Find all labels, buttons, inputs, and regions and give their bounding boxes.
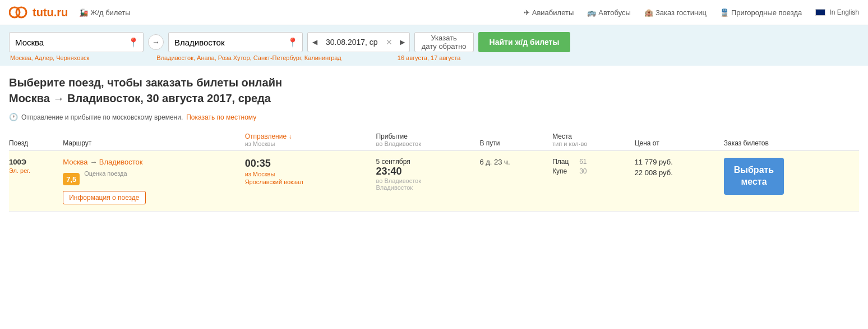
suburban-icon: 🚆 — [720, 8, 729, 17]
col-duration: В пути — [479, 129, 552, 151]
arrive-date: 5 сентября — [376, 158, 475, 166]
language-switcher[interactable]: In English — [815, 8, 859, 16]
table-row: 100Э Эл. рег. Москва → Владивосток 7,5 О… — [9, 151, 859, 212]
arrive-station2: Владивосток — [376, 184, 475, 191]
nav-hotels[interactable]: 🏨 Заказ гостиниц — [644, 8, 707, 17]
col-depart: Отправление ↓ из Москвы — [245, 129, 376, 151]
to-input[interactable] — [168, 32, 303, 52]
page-title-line1: Выберите поезд, чтобы заказать билеты он… — [9, 75, 859, 90]
rating-label: Оценка поезда — [84, 170, 127, 177]
depart-time: 00:35 — [245, 158, 372, 170]
seat-count-1: 61 — [579, 158, 587, 166]
rating-badge: 7,5 — [63, 173, 80, 185]
hotel-icon: 🏨 — [644, 8, 653, 17]
return-date-label: Указать дату обратно — [422, 34, 467, 51]
train-icon: 🚂 — [79, 8, 88, 17]
lang-label: In English — [829, 8, 859, 16]
seat-type-2: Купе — [552, 167, 575, 175]
from-hint: Москва, Адлер, Черняховск — [10, 54, 89, 61]
nav-buses[interactable]: 🚌 Автобусы — [587, 8, 631, 17]
route-link: Москва → Владивосток — [63, 158, 240, 166]
seat-row-1: Плац 61 — [552, 158, 630, 166]
date-prev-button[interactable]: ◀ — [308, 32, 321, 52]
duration-cell: 6 д. 23 ч. — [479, 151, 552, 212]
to-location-icon: 📍 — [287, 37, 298, 48]
date-clear-button[interactable]: ✕ — [382, 38, 396, 47]
page-title-line2: Москва → Владивосток, 30 августа 2017, с… — [9, 90, 859, 106]
price-1: 11 779 руб. — [635, 158, 719, 166]
route-cell: Москва → Владивосток 7,5 Оценка поезда И… — [63, 151, 244, 212]
date-hint: 16 августа, 17 августа — [398, 54, 460, 61]
seat-type-1: Плац — [552, 158, 575, 166]
logo[interactable]: tutu.ru — [9, 4, 68, 20]
select-btn-label: Выбрать места — [734, 165, 774, 186]
nav-suburban[interactable]: 🚆 Пригородные поезда — [720, 8, 802, 17]
to-hint: Владивосток, Анапа, Роза Хутор, Санкт-Пе… — [156, 54, 341, 61]
date-picker: ◀ 30.08.2017, ср ✕ ▶ — [307, 32, 410, 52]
date-value: 30.08.2017, ср — [321, 38, 382, 47]
select-seats-button[interactable]: Выбрать места — [724, 158, 784, 195]
train-number: 100Э — [9, 158, 58, 166]
select-cell: Выбрать места — [724, 151, 859, 212]
results-body: 100Э Эл. рег. Москва → Владивосток 7,5 О… — [9, 151, 859, 212]
header: tutu.ru 🚂 Ж/д билеты ✈ Авиабилеты 🚌 Авто… — [0, 0, 868, 25]
svg-point-1 — [16, 7, 26, 17]
price-2: 22 008 руб. — [635, 168, 719, 177]
header-nav: ✈ Авиабилеты 🚌 Автобусы 🏨 Заказ гостиниц… — [524, 8, 859, 17]
logo-text: tutu.ru — [33, 6, 68, 19]
arrive-time: 23:40 — [376, 166, 475, 177]
from-input-wrap: 📍 — [9, 32, 144, 52]
swap-direction-button[interactable]: → — [148, 34, 164, 50]
results-table: Поезд Маршрут Отправление ↓ из Москвы Пр… — [9, 129, 859, 212]
col-train: Поезд — [9, 129, 63, 151]
clock-icon: 🕐 — [9, 113, 18, 121]
seats-cell: Плац 61 Купе 30 — [552, 151, 635, 212]
search-row: 📍 → 📍 ◀ 30.08.2017, ср ✕ ▶ Указать дату … — [9, 32, 859, 52]
train-section-link[interactable]: 🚂 Ж/д билеты — [79, 8, 130, 17]
col-route: Маршрут — [63, 129, 244, 151]
search-bar: 📍 → 📍 ◀ 30.08.2017, ср ✕ ▶ Указать дату … — [0, 25, 868, 66]
arrive-station: во Владивосток — [376, 177, 475, 184]
arrival-cell: 5 сентября 23:40 во Владивосток Владивос… — [376, 151, 479, 212]
train-type: Эл. рег. — [9, 167, 58, 174]
seat-count-2: 30 — [579, 167, 587, 175]
price-cell: 11 779 руб. 22 008 руб. — [635, 151, 724, 212]
rating-row: 7,5 Оценка поезда — [63, 170, 240, 185]
seat-row-2: Купе 30 — [552, 167, 630, 175]
time-notice-text: Отправление и прибытие по московскому вр… — [21, 113, 183, 121]
col-price: Цена от — [635, 129, 724, 151]
route-arrow: → — [90, 158, 99, 166]
train-link-label: Ж/д билеты — [90, 8, 130, 17]
col-arrive: Прибытие во Владивосток — [376, 129, 479, 151]
col-seats: Места тип и кол-во — [552, 129, 635, 151]
train-info-button[interactable]: Информация о поезде — [63, 191, 145, 204]
plane-icon: ✈ — [524, 8, 530, 17]
bus-icon: 🚌 — [587, 8, 596, 17]
return-date-button[interactable]: Указать дату обратно — [414, 32, 474, 52]
departure-cell: 00:35 из Москвы Ярославский вокзал — [245, 151, 376, 212]
time-notice: 🕐 Отправление и прибытие по московскому … — [9, 113, 859, 121]
from-location-icon: 📍 — [128, 37, 139, 48]
logo-icon — [9, 4, 29, 20]
date-next-button[interactable]: ▶ — [396, 32, 409, 52]
search-hints: Москва, Адлер, Черняховск Владивосток, А… — [9, 54, 859, 61]
page-title: Выберите поезд, чтобы заказать билеты он… — [9, 75, 859, 106]
nav-flights[interactable]: ✈ Авиабилеты — [524, 8, 574, 17]
local-time-link[interactable]: Показать по местному — [186, 113, 256, 121]
depart-station2: Ярославский вокзал — [245, 179, 372, 185]
train-info-cell: 100Э Эл. рег. — [9, 151, 63, 212]
route-to-link[interactable]: Владивосток — [99, 158, 143, 166]
main-content: Выберите поезд, чтобы заказать билеты он… — [0, 66, 868, 212]
table-header: Поезд Маршрут Отправление ↓ из Москвы Пр… — [9, 129, 859, 151]
to-input-wrap: 📍 — [168, 32, 303, 52]
from-input[interactable] — [9, 32, 144, 52]
search-button[interactable]: Найти ж/д билеты — [478, 32, 571, 52]
uk-flag-icon — [815, 9, 825, 16]
col-order: Заказ билетов — [724, 129, 859, 151]
depart-station: из Москвы — [245, 171, 372, 177]
duration: 6 д. 23 ч. — [479, 158, 510, 166]
route-from-link[interactable]: Москва — [63, 158, 87, 166]
